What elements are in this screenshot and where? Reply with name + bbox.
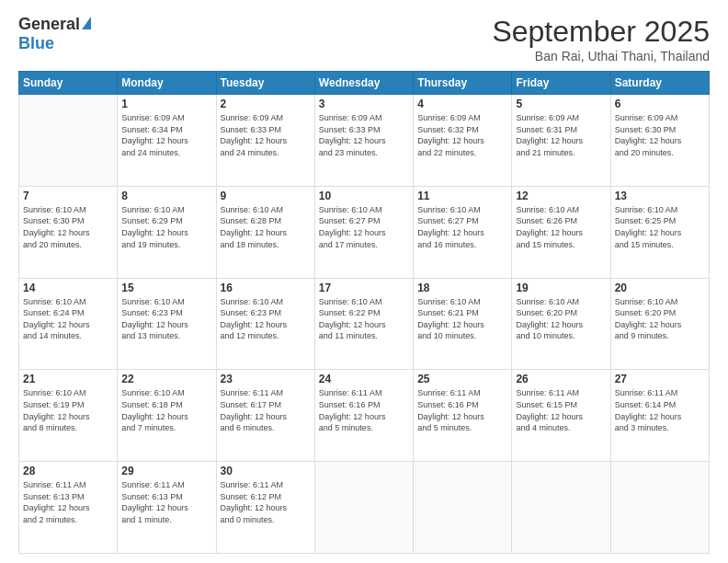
day-number: 24	[319, 373, 409, 385]
table-row	[512, 462, 610, 554]
day-number: 4	[417, 98, 507, 110]
logo-general-text: General	[18, 15, 80, 34]
table-row: 9Sunrise: 6:10 AM Sunset: 6:28 PM Daylig…	[216, 186, 314, 278]
day-number: 23	[221, 373, 311, 385]
col-header-sunday: Sunday	[19, 72, 118, 95]
day-info: Sunrise: 6:10 AM Sunset: 6:27 PM Dayligh…	[417, 204, 507, 250]
day-info: Sunrise: 6:11 AM Sunset: 6:14 PM Dayligh…	[615, 387, 705, 433]
day-number: 20	[615, 282, 705, 294]
table-row: 16Sunrise: 6:10 AM Sunset: 6:23 PM Dayli…	[216, 278, 314, 370]
table-row: 8Sunrise: 6:10 AM Sunset: 6:29 PM Daylig…	[118, 186, 216, 278]
day-number: 26	[516, 373, 606, 385]
day-info: Sunrise: 6:10 AM Sunset: 6:27 PM Dayligh…	[319, 204, 409, 250]
table-row	[414, 462, 512, 554]
calendar-table: Sunday Monday Tuesday Wednesday Thursday…	[18, 71, 710, 554]
day-number: 16	[221, 282, 311, 294]
day-info: Sunrise: 6:11 AM Sunset: 6:15 PM Dayligh…	[516, 387, 606, 433]
day-number: 21	[23, 373, 113, 385]
day-number: 25	[417, 373, 507, 385]
month-title: September 2025	[492, 15, 710, 49]
day-info: Sunrise: 6:10 AM Sunset: 6:19 PM Dayligh…	[23, 387, 113, 433]
day-info: Sunrise: 6:10 AM Sunset: 6:28 PM Dayligh…	[221, 204, 311, 250]
table-row: 3Sunrise: 6:09 AM Sunset: 6:33 PM Daylig…	[314, 95, 413, 187]
table-row: 18Sunrise: 6:10 AM Sunset: 6:21 PM Dayli…	[414, 278, 512, 370]
day-info: Sunrise: 6:09 AM Sunset: 6:34 PM Dayligh…	[121, 112, 211, 158]
logo-triangle-icon	[82, 17, 91, 29]
day-number: 15	[121, 282, 211, 294]
logo: General Blue	[18, 15, 91, 53]
day-info: Sunrise: 6:10 AM Sunset: 6:23 PM Dayligh…	[221, 296, 311, 342]
day-info: Sunrise: 6:11 AM Sunset: 6:16 PM Dayligh…	[417, 387, 507, 433]
table-row: 26Sunrise: 6:11 AM Sunset: 6:15 PM Dayli…	[512, 370, 610, 462]
table-row: 27Sunrise: 6:11 AM Sunset: 6:14 PM Dayli…	[610, 370, 709, 462]
logo-blue-text: Blue	[18, 34, 54, 53]
table-row	[19, 95, 118, 187]
table-row: 2Sunrise: 6:09 AM Sunset: 6:33 PM Daylig…	[216, 95, 314, 187]
col-header-wednesday: Wednesday	[314, 72, 413, 95]
day-info: Sunrise: 6:10 AM Sunset: 6:20 PM Dayligh…	[516, 296, 606, 342]
col-header-thursday: Thursday	[414, 72, 512, 95]
location-text: Ban Rai, Uthai Thani, Thailand	[492, 49, 710, 63]
day-number: 27	[615, 373, 705, 385]
table-row: 4Sunrise: 6:09 AM Sunset: 6:32 PM Daylig…	[414, 95, 512, 187]
day-number: 29	[121, 465, 211, 477]
day-info: Sunrise: 6:10 AM Sunset: 6:18 PM Dayligh…	[121, 387, 211, 433]
day-number: 30	[221, 465, 311, 477]
day-info: Sunrise: 6:11 AM Sunset: 6:16 PM Dayligh…	[319, 387, 409, 433]
day-number: 14	[23, 282, 113, 294]
table-row: 20Sunrise: 6:10 AM Sunset: 6:20 PM Dayli…	[610, 278, 709, 370]
day-info: Sunrise: 6:10 AM Sunset: 6:29 PM Dayligh…	[121, 204, 211, 250]
day-number: 22	[121, 373, 211, 385]
table-row: 24Sunrise: 6:11 AM Sunset: 6:16 PM Dayli…	[314, 370, 413, 462]
day-number: 5	[516, 98, 606, 110]
day-info: Sunrise: 6:11 AM Sunset: 6:12 PM Dayligh…	[221, 479, 311, 525]
table-row	[610, 462, 709, 554]
table-row: 1Sunrise: 6:09 AM Sunset: 6:34 PM Daylig…	[118, 95, 216, 187]
day-info: Sunrise: 6:09 AM Sunset: 6:32 PM Dayligh…	[417, 112, 507, 158]
table-row: 29Sunrise: 6:11 AM Sunset: 6:13 PM Dayli…	[118, 462, 216, 554]
day-number: 18	[417, 282, 507, 294]
table-row	[314, 462, 413, 554]
col-header-tuesday: Tuesday	[216, 72, 314, 95]
title-block: September 2025 Ban Rai, Uthai Thani, Tha…	[492, 15, 710, 63]
day-info: Sunrise: 6:11 AM Sunset: 6:13 PM Dayligh…	[121, 479, 211, 525]
col-header-saturday: Saturday	[610, 72, 709, 95]
day-info: Sunrise: 6:09 AM Sunset: 6:31 PM Dayligh…	[516, 112, 606, 158]
day-number: 1	[121, 98, 211, 110]
day-number: 2	[221, 98, 311, 110]
table-row: 23Sunrise: 6:11 AM Sunset: 6:17 PM Dayli…	[216, 370, 314, 462]
calendar-header-row: Sunday Monday Tuesday Wednesday Thursday…	[19, 72, 710, 95]
col-header-friday: Friday	[512, 72, 610, 95]
table-row: 7Sunrise: 6:10 AM Sunset: 6:30 PM Daylig…	[19, 186, 118, 278]
day-number: 11	[417, 190, 507, 202]
day-info: Sunrise: 6:10 AM Sunset: 6:25 PM Dayligh…	[615, 204, 705, 250]
day-number: 17	[319, 282, 409, 294]
table-row: 13Sunrise: 6:10 AM Sunset: 6:25 PM Dayli…	[610, 186, 709, 278]
day-number: 3	[319, 98, 409, 110]
day-number: 12	[516, 190, 606, 202]
day-info: Sunrise: 6:10 AM Sunset: 6:22 PM Dayligh…	[319, 296, 409, 342]
header: General Blue September 2025 Ban Rai, Uth…	[18, 15, 710, 63]
day-number: 10	[319, 190, 409, 202]
page: General Blue September 2025 Ban Rai, Uth…	[0, 0, 728, 563]
table-row: 25Sunrise: 6:11 AM Sunset: 6:16 PM Dayli…	[414, 370, 512, 462]
day-number: 7	[23, 190, 113, 202]
col-header-monday: Monday	[118, 72, 216, 95]
day-number: 13	[615, 190, 705, 202]
day-info: Sunrise: 6:10 AM Sunset: 6:20 PM Dayligh…	[615, 296, 705, 342]
day-info: Sunrise: 6:11 AM Sunset: 6:13 PM Dayligh…	[23, 479, 113, 525]
day-info: Sunrise: 6:09 AM Sunset: 6:33 PM Dayligh…	[319, 112, 409, 158]
table-row: 15Sunrise: 6:10 AM Sunset: 6:23 PM Dayli…	[118, 278, 216, 370]
table-row: 5Sunrise: 6:09 AM Sunset: 6:31 PM Daylig…	[512, 95, 610, 187]
table-row: 17Sunrise: 6:10 AM Sunset: 6:22 PM Dayli…	[314, 278, 413, 370]
day-number: 19	[516, 282, 606, 294]
day-info: Sunrise: 6:10 AM Sunset: 6:21 PM Dayligh…	[417, 296, 507, 342]
table-row: 10Sunrise: 6:10 AM Sunset: 6:27 PM Dayli…	[314, 186, 413, 278]
table-row: 21Sunrise: 6:10 AM Sunset: 6:19 PM Dayli…	[19, 370, 118, 462]
day-info: Sunrise: 6:10 AM Sunset: 6:26 PM Dayligh…	[516, 204, 606, 250]
day-number: 8	[121, 190, 211, 202]
day-info: Sunrise: 6:10 AM Sunset: 6:23 PM Dayligh…	[121, 296, 211, 342]
table-row: 14Sunrise: 6:10 AM Sunset: 6:24 PM Dayli…	[19, 278, 118, 370]
day-info: Sunrise: 6:09 AM Sunset: 6:33 PM Dayligh…	[221, 112, 311, 158]
table-row: 11Sunrise: 6:10 AM Sunset: 6:27 PM Dayli…	[414, 186, 512, 278]
